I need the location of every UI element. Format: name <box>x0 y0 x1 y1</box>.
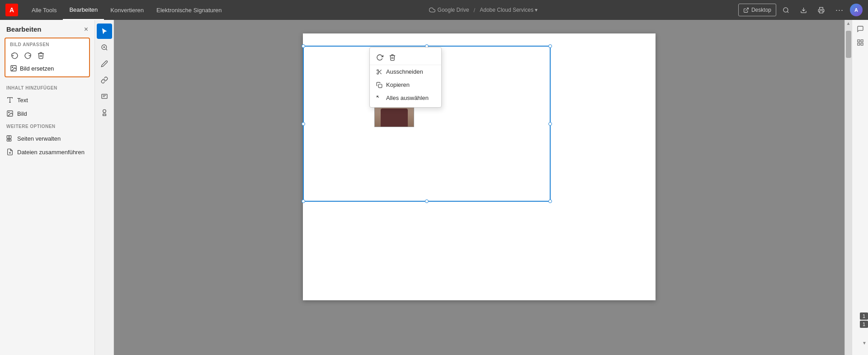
svg-point-1 <box>783 7 788 12</box>
desktop-button[interactable]: Desktop <box>738 4 776 16</box>
svg-rect-31 <box>378 84 382 88</box>
dateien-item[interactable]: Dateien zusammenführen <box>0 145 94 159</box>
seiten-icon <box>6 135 14 142</box>
left-toolbar <box>95 20 114 355</box>
dateien-label: Dateien zusammenführen <box>17 149 85 156</box>
canvas-area: Ausschneiden Kopieren Alles auswählen <box>114 20 844 355</box>
handle-bottom-right[interactable] <box>548 199 552 203</box>
svg-rect-14 <box>9 139 11 141</box>
delete-image-button[interactable] <box>36 51 46 60</box>
nav-alle-tools[interactable]: Alle Tools <box>25 0 63 20</box>
page-total: 1 <box>860 321 868 328</box>
zoom-tool-button[interactable] <box>97 40 112 55</box>
bild-ersetzen-label: Bild ersetzen <box>20 65 54 72</box>
svg-line-30 <box>378 71 379 71</box>
nav-bearbeiten[interactable]: Bearbeiten <box>63 0 104 20</box>
more-button[interactable]: ··· <box>831 3 848 18</box>
bild-anpassen-section: BILD ANPASSEN <box>5 38 90 77</box>
text-tool-button[interactable] <box>97 89 112 104</box>
left-panel: Bearbeiten × BILD ANPASSEN <box>0 20 95 355</box>
text-label: Text <box>17 97 28 104</box>
draw-tool-button[interactable] <box>97 56 112 71</box>
svg-point-26 <box>377 69 379 71</box>
handle-top-left[interactable] <box>302 44 305 48</box>
context-menu: Ausschneiden Kopieren Alles auswählen <box>369 47 442 108</box>
link-tool-button[interactable] <box>97 72 112 88</box>
bild-label: Bild <box>17 110 27 117</box>
svg-line-18 <box>106 49 107 50</box>
pdf-page[interactable] <box>303 33 656 300</box>
bild-item[interactable]: Bild <box>0 107 94 120</box>
select-tool-button[interactable] <box>97 24 112 39</box>
redo-button[interactable] <box>23 51 33 60</box>
handle-top-right[interactable] <box>548 44 552 48</box>
context-refresh-button[interactable] <box>375 53 384 62</box>
alles-auswaehlen-label: Alles auswählen <box>386 95 429 101</box>
ausschneiden-label: Ausschneiden <box>386 68 423 75</box>
context-delete-button[interactable] <box>388 53 397 62</box>
inhalt-section-label: INHALT HINZUFÜGEN <box>0 82 94 93</box>
svg-point-6 <box>12 67 13 68</box>
nav-konvertieren[interactable]: Konvertieren <box>104 0 150 20</box>
avatar[interactable]: A <box>850 4 863 16</box>
bild-ersetzen-button[interactable]: Bild ersetzen <box>10 64 54 73</box>
download-button[interactable] <box>796 4 811 16</box>
panel-title: Bearbeiten <box>6 25 42 33</box>
panel-header: Bearbeiten × <box>0 25 94 38</box>
chat-panel-button[interactable] <box>854 23 867 35</box>
page-wrapper <box>303 33 656 300</box>
handle-bottom-left[interactable] <box>302 199 305 203</box>
handle-right-center[interactable] <box>548 122 552 126</box>
context-ausschneiden[interactable]: Ausschneiden <box>370 65 441 78</box>
bild-anpassen-icons <box>10 51 85 60</box>
svg-rect-4 <box>820 10 823 13</box>
adobe-cloud-services-link[interactable]: Adobe Cloud Services ▾ <box>480 7 538 13</box>
svg-point-27 <box>377 72 379 74</box>
svg-rect-33 <box>861 40 863 42</box>
scrollbar-thumb[interactable] <box>846 31 851 58</box>
scroll-up-button[interactable]: ▲ <box>845 20 852 26</box>
stamp-tool-button[interactable] <box>97 105 112 120</box>
svg-line-29 <box>380 72 381 74</box>
svg-rect-11 <box>7 136 9 138</box>
svg-rect-34 <box>861 43 863 45</box>
google-drive-link[interactable]: Google Drive <box>429 7 469 13</box>
seiten-item[interactable]: Seiten verwalten <box>0 132 94 145</box>
weitere-section-label: WEITERE OPTIONEN <box>0 120 94 132</box>
svg-rect-32 <box>858 40 860 42</box>
adobe-logo: A <box>5 4 18 16</box>
top-navigation: A Alle Tools Bearbeiten Konvertieren Ele… <box>0 0 868 20</box>
svg-line-2 <box>787 11 788 13</box>
bild-icon <box>6 110 14 117</box>
scrollbar[interactable]: ▲ 1 1 ▼ <box>844 20 852 355</box>
text-item[interactable]: Text <box>0 93 94 107</box>
page-current: 1 <box>860 312 868 320</box>
svg-rect-13 <box>7 139 9 141</box>
nav-right: Desktop ··· A <box>738 3 863 18</box>
bild-anpassen-label: BILD ANPASSEN <box>10 42 85 47</box>
nav-center: Google Drive / Adobe Cloud Services ▾ <box>228 7 738 14</box>
svg-point-10 <box>9 112 9 113</box>
svg-rect-12 <box>9 136 11 138</box>
search-button[interactable] <box>778 4 794 16</box>
handle-bottom-center[interactable] <box>425 199 429 203</box>
main-layout: Bearbeiten × BILD ANPASSEN <box>0 20 868 355</box>
grid-panel-button[interactable] <box>854 36 867 49</box>
dateien-icon <box>6 148 14 156</box>
svg-line-0 <box>745 8 748 10</box>
page-indicator: 1 1 <box>860 312 868 328</box>
kopieren-label: Kopieren <box>386 81 410 88</box>
handle-left-center[interactable] <box>302 122 305 126</box>
svg-rect-35 <box>858 43 860 45</box>
undo-button[interactable] <box>10 51 19 60</box>
nav-elektronische-signaturen[interactable]: Elektronische Signaturen <box>150 0 228 20</box>
context-menu-top <box>370 50 441 65</box>
context-alles-auswaehlen[interactable]: Alles auswählen <box>370 91 441 104</box>
text-icon <box>6 96 14 104</box>
panel-close-button[interactable]: × <box>84 26 88 33</box>
scroll-down-button[interactable]: ▼ <box>861 340 868 346</box>
seiten-label: Seiten verwalten <box>17 135 61 142</box>
right-panel <box>852 20 868 355</box>
context-kopieren[interactable]: Kopieren <box>370 78 441 91</box>
print-button[interactable] <box>813 4 829 16</box>
